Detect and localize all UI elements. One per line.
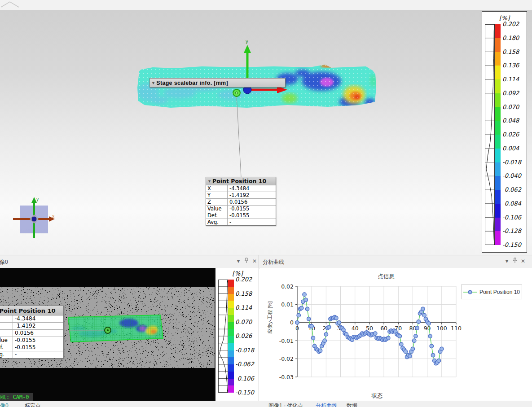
- scalebar-histogram: [218, 280, 228, 393]
- table-row: X-4.3484: [0, 315, 63, 322]
- tab-image0[interactable]: 图像0: [0, 402, 9, 407]
- point-position-table[interactable]: ▾ Point Position 10 X-4.3484Y-1.4192Z0.0…: [206, 177, 276, 226]
- tab-calibration-points[interactable]: 标定点: [25, 402, 41, 407]
- svg-text:110: 110: [451, 325, 462, 332]
- point-table-header[interactable]: ▾ Point Position 10: [206, 177, 276, 185]
- close-icon[interactable]: ✕: [520, 258, 526, 264]
- scalebar-colors: [495, 24, 501, 245]
- table-row: Z0.0156: [0, 329, 63, 337]
- panel-menu-icon[interactable]: ▾: [235, 258, 242, 264]
- dropdown-triangle-icon: ▾: [152, 80, 154, 85]
- svg-text:0.02: 0.02: [281, 283, 294, 290]
- bottom-tab-bar[interactable]: 图像0 标定点 图像1 - 优化点 分析曲线 数据: [0, 401, 532, 407]
- table-row: Def.-0.0155: [0, 344, 63, 351]
- table-row: X-4.3484: [206, 185, 276, 192]
- camera-name-text: 相机: CAM-0: [0, 393, 29, 401]
- table-row: Value-0.0155: [206, 205, 276, 212]
- curves-panel-header[interactable]: 分析曲线 ▾ ✕: [259, 255, 532, 269]
- tab-analysis-curves[interactable]: 分析曲线: [316, 402, 337, 407]
- close-icon[interactable]: ✕: [251, 258, 258, 264]
- camera-panel-title: 图像0: [0, 258, 8, 266]
- camera-name-badge: 相机: CAM-0: [0, 393, 33, 401]
- chart-legend[interactable]: Point Position 10: [461, 284, 522, 299]
- scalebar-labels: 0.2020.1580.1140.0700.026-0.018-0.062-0.…: [235, 280, 258, 393]
- point-table-header[interactable]: Point Position 10: [0, 306, 63, 315]
- chart-x-axis-label: 状态: [355, 392, 400, 400]
- dropdown-triangle-icon: ▾: [208, 179, 211, 184]
- table-row: Value-0.0155: [0, 337, 63, 344]
- tab-data[interactable]: 数据: [347, 402, 357, 407]
- stage-scalebar-label[interactable]: ▾ Stage scalebar info. [mm]: [149, 78, 286, 88]
- table-row: Avg.-: [206, 219, 276, 225]
- strain-scalebar-camera[interactable]: [%] 0.2020.1580.1140.0700.026-0.018-0.06…: [215, 268, 259, 401]
- tab-image1-points[interactable]: 图像1 - 优化点: [268, 402, 303, 407]
- strain-scalebar[interactable]: [%] 0.2020.1800.1580.1360.1140.0920.0700…: [482, 11, 527, 253]
- chart-y-axis-label: 应变y-工程 [%]: [267, 293, 273, 342]
- point-table-rows: X-4.3484Y-1.4192Z0.0156Value-0.0155Def.-…: [206, 185, 276, 225]
- svg-text:40: 40: [352, 325, 359, 332]
- legend-line-marker-icon: [463, 290, 477, 294]
- svg-text:-0.01: -0.01: [279, 337, 294, 344]
- scalebar-labels: 0.2020.1800.1580.1360.1140.0920.0700.048…: [502, 24, 526, 245]
- scalebar-colors: [228, 280, 234, 393]
- point-position-table-camera[interactable]: Point Position 10 X-4.3484Y-1.4192Z0.015…: [0, 306, 64, 359]
- scalebar-histogram: [485, 24, 495, 245]
- panel-divider: [259, 255, 259, 401]
- panel-menu-icon[interactable]: ▾: [504, 258, 510, 264]
- point-table-rows: X-4.3484Y-1.4192Z0.0156Value-0.0155Def.-…: [0, 315, 63, 358]
- svg-text:-0.02: -0.02: [279, 355, 294, 362]
- legend-label: Point Position 10: [479, 289, 520, 295]
- point-table-title: Point Position 10: [212, 178, 266, 184]
- svg-text:0.01: 0.01: [281, 301, 294, 308]
- svg-text:0: 0: [295, 325, 299, 332]
- toolbar[interactable]: [0, 0, 532, 10]
- pin-icon[interactable]: [512, 258, 518, 265]
- svg-text:60: 60: [380, 325, 387, 332]
- application-window: y y x ▾ Stage scalebar info. [mm]: [0, 0, 532, 407]
- curves-panel-title: 分析曲线: [263, 258, 284, 266]
- collapse-chevron-icon[interactable]: [0, 0, 21, 9]
- table-row: Z0.0156: [206, 198, 276, 205]
- pin-icon[interactable]: [243, 258, 250, 265]
- table-row: Y-1.4192: [206, 192, 276, 198]
- camera-panel-header[interactable]: 图像0 ▾ ✕: [0, 255, 259, 269]
- stage-scalebar-text: Stage scalebar info. [mm]: [156, 80, 228, 86]
- svg-text:-0.03: -0.03: [279, 374, 294, 381]
- svg-text:0: 0: [290, 319, 294, 326]
- table-row: Avg.-: [0, 351, 63, 358]
- table-row: Def.-0.0155: [206, 212, 276, 219]
- chart-title: 点信息: [355, 273, 418, 280]
- point-table-title: Point Position 10: [0, 307, 56, 314]
- svg-text:100: 100: [436, 325, 447, 332]
- table-row: Y-1.4192: [0, 322, 63, 329]
